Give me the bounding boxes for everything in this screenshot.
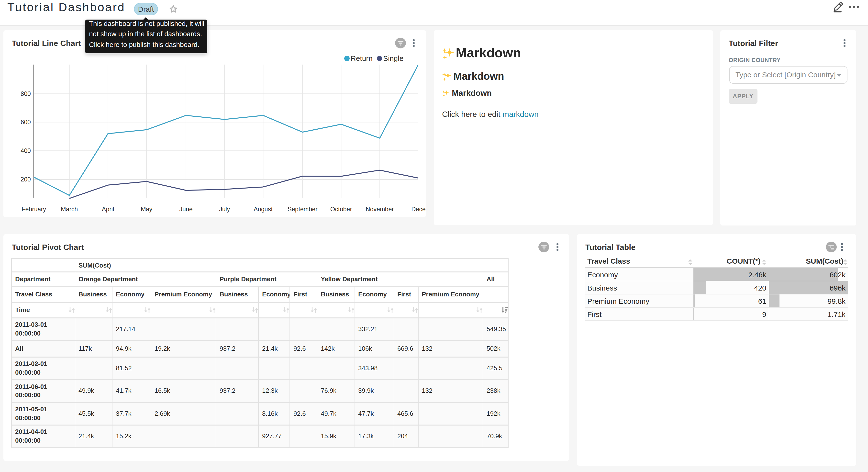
svg-text:July: July xyxy=(219,206,230,212)
svg-text:November: November xyxy=(366,206,394,212)
svg-text:400: 400 xyxy=(21,147,31,154)
svg-text:September: September xyxy=(287,206,317,212)
svg-text:August: August xyxy=(253,206,273,212)
svg-text:800: 800 xyxy=(21,90,31,97)
svg-text:October: October xyxy=(330,206,352,212)
svg-text:March: March xyxy=(61,206,78,212)
svg-text:Return: Return xyxy=(351,54,373,62)
svg-text:April: April xyxy=(102,206,114,212)
svg-text:December: December xyxy=(411,206,426,212)
svg-text:600: 600 xyxy=(21,119,31,125)
svg-text:200: 200 xyxy=(21,176,31,183)
svg-text:Single: Single xyxy=(383,54,403,62)
svg-text:May: May xyxy=(141,206,153,212)
svg-text:February: February xyxy=(22,206,46,212)
svg-text:June: June xyxy=(179,206,192,212)
